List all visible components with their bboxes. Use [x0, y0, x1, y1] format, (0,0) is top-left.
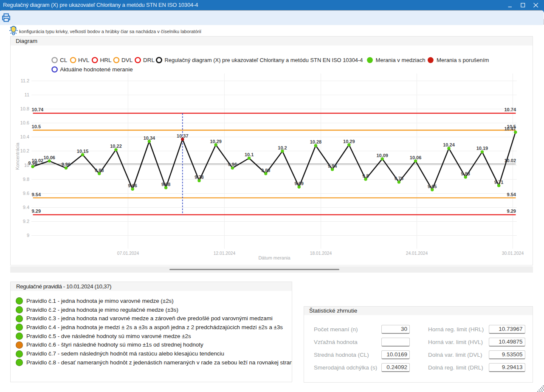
svg-text:9.88: 9.88	[95, 168, 104, 173]
svg-text:9.65: 9.65	[428, 184, 437, 189]
svg-text:10.6: 10.6	[20, 120, 29, 125]
svg-text:9.94: 9.94	[328, 164, 337, 169]
svg-text:DRL: DRL	[143, 57, 155, 63]
svg-text:24.01.2024: 24.01.2024	[406, 251, 428, 256]
svg-text:9.54: 9.54	[32, 192, 41, 197]
svg-text:Dátum merania: Dátum merania	[258, 255, 290, 260]
svg-text:9.76: 9.76	[395, 176, 403, 181]
svg-text:9.68: 9.68	[161, 182, 170, 187]
svg-text:9.8: 9.8	[23, 177, 29, 182]
svg-text:9.96: 9.96	[62, 162, 70, 167]
svg-text:9.78: 9.78	[194, 175, 203, 180]
svg-text:9.88: 9.88	[261, 168, 270, 173]
svg-text:9.83: 9.83	[461, 171, 470, 176]
svg-text:Aktuálne hodnotené meranie: Aktuálne hodnotené meranie	[60, 66, 133, 73]
svg-text:10.37: 10.37	[177, 133, 189, 138]
svg-text:DVL: DVL	[121, 57, 133, 63]
svg-text:10.06: 10.06	[43, 155, 55, 160]
svg-text:Merania s porušením: Merania s porušením	[437, 57, 489, 63]
svg-text:10.22: 10.22	[110, 144, 122, 149]
svg-text:HRL: HRL	[100, 57, 112, 63]
svg-text:9.69: 9.69	[294, 181, 303, 186]
svg-text:07.01.2024: 07.01.2024	[117, 251, 139, 256]
svg-text:9.71: 9.71	[494, 180, 503, 185]
svg-text:10.19: 10.19	[476, 146, 488, 151]
svg-text:18.01.2024: 18.01.2024	[310, 251, 332, 256]
svg-text:9.6: 9.6	[23, 191, 29, 196]
svg-text:9.29: 9.29	[507, 209, 516, 214]
svg-text:10.74: 10.74	[504, 107, 516, 112]
svg-text:10.34: 10.34	[144, 135, 155, 141]
svg-text:HVL: HVL	[78, 57, 90, 63]
svg-text:9.96: 9.96	[228, 162, 237, 167]
svg-text:10.24: 10.24	[443, 142, 455, 147]
svg-text:9.29: 9.29	[32, 209, 41, 214]
svg-text:CL: CL	[60, 57, 68, 63]
svg-text:10.4: 10.4	[20, 134, 29, 139]
svg-text:9.2: 9.2	[23, 219, 29, 224]
svg-text:9.8: 9.8	[362, 173, 369, 178]
svg-text:10.74: 10.74	[32, 107, 44, 112]
svg-text:10.1: 10.1	[245, 152, 254, 157]
svg-text:9.98: 9.98	[28, 161, 37, 166]
svg-text:9: 9	[27, 233, 29, 238]
svg-text:Merania v medziach: Merania v medziach	[376, 57, 426, 63]
svg-text:10.8: 10.8	[20, 106, 29, 111]
svg-text:11.2: 11.2	[20, 78, 29, 83]
svg-text:Regulačný diagram (X) pre ukaz: Regulačný diagram (X) pre ukazovateľ Chl…	[165, 57, 363, 63]
svg-text:9.54: 9.54	[507, 192, 516, 197]
svg-text:9.66: 9.66	[128, 183, 137, 188]
svg-text:10.09: 10.09	[376, 153, 388, 158]
svg-text:9.4: 9.4	[23, 205, 29, 210]
svg-text:10.5: 10.5	[32, 124, 41, 129]
svg-text:10.28: 10.28	[310, 139, 322, 144]
svg-text:Koncentrácia: Koncentrácia	[15, 142, 20, 170]
svg-text:10.29: 10.29	[210, 139, 222, 144]
svg-text:10.2: 10.2	[278, 145, 287, 150]
svg-text:30.01.2024: 30.01.2024	[502, 251, 524, 256]
svg-text:12.01.2024: 12.01.2024	[214, 251, 236, 256]
svg-text:11: 11	[25, 92, 29, 97]
svg-text:10.06: 10.06	[410, 155, 422, 160]
svg-text:10.15: 10.15	[77, 149, 89, 154]
svg-text:10.29: 10.29	[343, 139, 355, 144]
svg-text:10.47: 10.47	[504, 126, 516, 131]
svg-text:10.2: 10.2	[20, 148, 29, 153]
